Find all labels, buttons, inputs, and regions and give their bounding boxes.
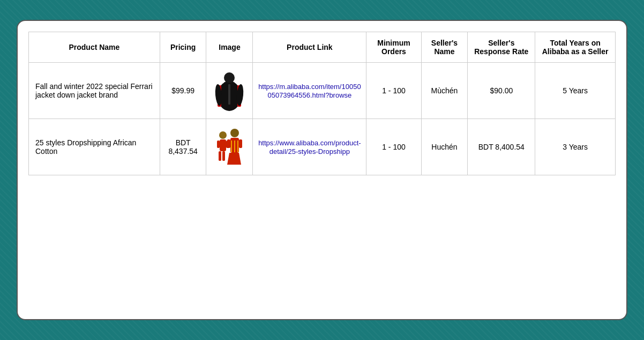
- header-product-link: Product Link: [253, 32, 366, 63]
- table-row: Fall and winter 2022 special Ferrari jac…: [29, 63, 616, 119]
- header-image: Image: [206, 32, 253, 63]
- jacket-icon: [213, 69, 245, 112]
- svg-rect-9: [219, 151, 221, 161]
- svg-rect-10: [222, 151, 225, 161]
- svg-rect-15: [227, 139, 230, 148]
- svg-rect-4: [228, 84, 230, 105]
- cell-image-2: [206, 119, 253, 175]
- cell-min-orders-1: 1 - 100: [366, 63, 421, 119]
- cell-image-1: [206, 63, 253, 119]
- cell-product-name-1: Fall and winter 2022 special Ferrari jac…: [29, 63, 160, 119]
- svg-point-7: [219, 131, 227, 139]
- african-cotton-icon: [212, 124, 247, 170]
- svg-rect-11: [217, 141, 220, 148]
- cell-product-link-1[interactable]: https://m.alibaba.com/item/1005005073964…: [253, 63, 366, 119]
- cell-response-rate-1: $90.00: [468, 63, 535, 119]
- header-product-name: Product Name: [29, 32, 160, 63]
- table-container: Product Name Pricing Image Product Link …: [17, 20, 627, 320]
- product-link-anchor-2[interactable]: https://www.alibaba.com/product-detail/2…: [258, 139, 361, 156]
- cell-sellers-name-1: Mùchén: [421, 63, 468, 119]
- cell-pricing-2: BDT 8,437.54: [160, 119, 206, 175]
- header-sellers-name: Seller's Name: [421, 32, 468, 63]
- product-link-anchor-1[interactable]: https://m.alibaba.com/item/1005005073964…: [258, 83, 361, 99]
- cell-response-rate-2: BDT 8,400.54: [468, 119, 535, 175]
- cell-product-name-2: 25 styles Dropshipping African Cotton: [29, 119, 160, 175]
- cell-total-years-2: 3 Years: [535, 119, 616, 175]
- cell-min-orders-2: 1 - 100: [366, 119, 421, 175]
- cell-sellers-name-2: Huchén: [421, 119, 468, 175]
- cell-total-years-1: 5 Years: [535, 63, 616, 119]
- svg-point-3: [224, 72, 235, 83]
- header-pricing: Pricing: [160, 32, 206, 63]
- cell-pricing-1: $99.99: [160, 63, 206, 119]
- cell-product-link-2[interactable]: https://www.alibaba.com/product-detail/2…: [253, 119, 366, 175]
- svg-rect-16: [239, 139, 242, 148]
- product-table: Product Name Pricing Image Product Link …: [28, 32, 616, 175]
- svg-point-13: [230, 129, 239, 137]
- header-total-years: Total Years on Alibaba as a Seller: [535, 32, 616, 63]
- header-response-rate: Seller's Response Rate: [468, 32, 535, 63]
- product-image-1: [211, 69, 248, 112]
- product-image-2: [211, 125, 248, 168]
- header-minimum-orders: Minimum Orders: [366, 32, 421, 63]
- svg-rect-8: [220, 139, 226, 151]
- table-row: 25 styles Dropshipping African Cotton BD…: [29, 119, 616, 175]
